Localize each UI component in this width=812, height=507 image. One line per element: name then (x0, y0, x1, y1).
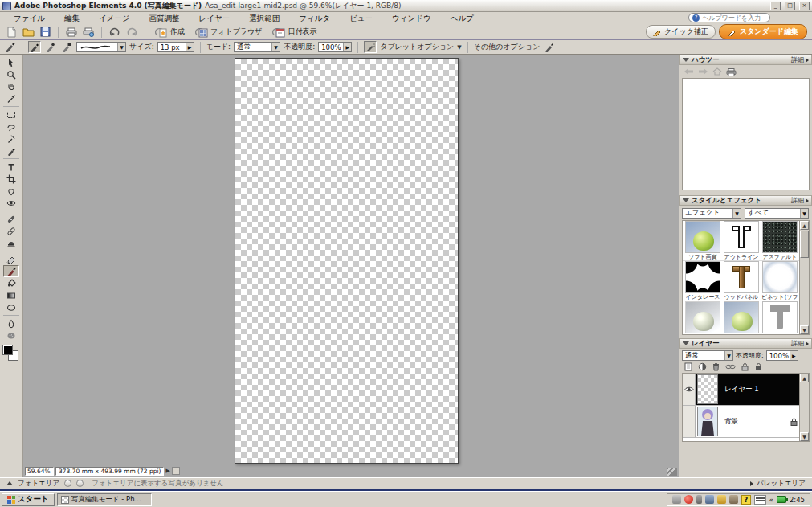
menu-window[interactable]: ウィンドウ (383, 13, 440, 25)
menu-filter[interactable]: フィルタ (290, 13, 339, 25)
start-button[interactable]: スタート (2, 493, 55, 506)
save-icon[interactable] (39, 26, 51, 38)
layer-row-layer1[interactable]: レイヤー 1 (683, 374, 809, 406)
howto-content[interactable] (682, 78, 810, 190)
close-button[interactable]: × (799, 2, 810, 10)
tray-printer-icon[interactable] (672, 495, 681, 504)
scroll-down-icon[interactable]: ▼ (800, 325, 809, 334)
previous-photo-button[interactable] (64, 480, 71, 487)
scrollbar-thumb[interactable] (800, 231, 809, 258)
gradient-tool[interactable] (3, 289, 19, 301)
brush-preset-dropdown[interactable]: ▼ (76, 42, 126, 52)
layer-thumbnail[interactable] (697, 374, 718, 404)
move-tool[interactable] (3, 56, 19, 68)
clone-stamp-tool[interactable] (3, 237, 19, 249)
print-topic-icon[interactable] (726, 67, 737, 76)
effect-item[interactable]: ソフト画質 (683, 221, 722, 261)
new-file-icon[interactable] (5, 26, 18, 38)
effect-item[interactable] (722, 301, 761, 335)
visibility-toggle[interactable] (683, 406, 696, 437)
zoom-tool[interactable] (3, 68, 19, 80)
menu-view[interactable]: ビュー (341, 13, 382, 25)
menu-file[interactable]: ファイル (5, 13, 54, 25)
forward-icon[interactable] (698, 67, 708, 76)
menu-image[interactable]: イメージ (90, 13, 139, 25)
palette-bin-label[interactable]: パレットエリア (757, 479, 806, 489)
menu-select[interactable]: 選択範囲 (240, 13, 288, 25)
layer-row-background[interactable]: 背景 (683, 406, 809, 438)
photo-bin-label[interactable]: フォトエリア (18, 479, 59, 489)
howto-panel-header[interactable]: ハウツー 詳細 (679, 55, 812, 65)
selection-brush-tool[interactable] (3, 145, 19, 157)
task-button-photo-edit[interactable]: 写真編集モード - Ph... (57, 493, 152, 506)
menu-enhance[interactable]: 画質調整 (141, 13, 189, 25)
brush-variant-button[interactable] (28, 41, 41, 53)
hand-tool[interactable] (3, 80, 19, 92)
sponge-tool[interactable] (3, 329, 19, 341)
create-button[interactable]: 作成 (152, 26, 188, 39)
ime-indicator[interactable] (754, 495, 766, 505)
brush-tool-selected[interactable] (3, 265, 19, 277)
more-options-brush-icon[interactable] (543, 41, 556, 53)
healing-brush-tool[interactable] (3, 225, 19, 237)
scroll-down-icon[interactable]: ▼ (800, 432, 809, 441)
delete-layer-icon[interactable] (712, 362, 720, 371)
status-mini-button[interactable] (172, 467, 180, 475)
foreground-color-swatch[interactable] (2, 345, 13, 355)
menu-layer[interactable]: レイヤー (190, 13, 239, 25)
effect-item[interactable]: アウトライン (722, 221, 761, 261)
visibility-toggle[interactable] (683, 374, 696, 405)
scroll-up-icon[interactable]: ▲ (800, 374, 809, 382)
lasso-tool[interactable] (3, 121, 19, 133)
lock-transparency-icon[interactable] (741, 362, 749, 371)
cookie-cutter-tool[interactable] (3, 185, 19, 197)
canvas-transparent-document[interactable] (235, 58, 459, 464)
help-search-box[interactable]: ? (688, 13, 770, 22)
open-file-icon[interactable] (22, 26, 35, 38)
more-options-label[interactable]: その他のオプション (474, 42, 541, 52)
opacity-field[interactable]: 100% ▶ (318, 42, 352, 52)
lock-all-icon[interactable] (754, 362, 763, 371)
maximize-button[interactable]: □ (785, 2, 795, 10)
effect-item[interactable]: アスファルト (761, 221, 799, 261)
next-photo-button[interactable] (76, 480, 84, 487)
eraser-tool[interactable] (3, 253, 19, 265)
blend-mode-dropdown[interactable]: 通常 ▼ (234, 42, 280, 52)
styles-more-button[interactable]: 詳細 (791, 196, 804, 205)
brush-size-field[interactable]: 13 px ▶ (157, 42, 194, 52)
effect-item[interactable]: ビネット(ソフト) (761, 261, 799, 301)
layer-name[interactable]: レイヤー 1 (720, 374, 809, 405)
effects-scrollbar[interactable]: ▲ ▼ (799, 221, 809, 334)
magic-wand-tool[interactable] (3, 133, 19, 145)
layers-scrollbar[interactable]: ▲ ▼ (799, 374, 809, 441)
layer-name[interactable]: 背景 (720, 406, 790, 437)
airbrush-toggle[interactable] (364, 41, 377, 53)
effect-item[interactable]: ウッドパネル (722, 261, 761, 301)
help-search-input[interactable] (702, 14, 766, 22)
scroll-up-icon[interactable]: ▲ (800, 221, 809, 230)
back-icon[interactable] (683, 67, 694, 76)
zoom-level-field[interactable]: 59.64% (25, 467, 54, 476)
effect-item[interactable] (761, 301, 799, 335)
paint-bucket-tool[interactable] (3, 277, 19, 289)
home-icon[interactable] (712, 67, 722, 76)
type-tool[interactable] (3, 161, 19, 173)
quick-fix-button[interactable]: クイック補正 (646, 25, 716, 39)
photo-bin-toggle-icon[interactable] (6, 481, 13, 485)
new-layer-icon[interactable] (684, 362, 693, 371)
link-layers-icon[interactable] (725, 363, 736, 370)
layers-more-button[interactable]: 詳細 (791, 339, 804, 348)
effects-filter-dropdown[interactable]: すべて ▼ (745, 208, 809, 219)
battery-icon[interactable] (777, 496, 786, 503)
howto-more-button[interactable]: 詳細 (791, 55, 804, 64)
tray-network-icon[interactable] (705, 495, 714, 504)
layer-blend-mode-dropdown[interactable]: 通常 ▼ (682, 350, 733, 361)
tray-help-icon[interactable]: ? (741, 495, 751, 505)
resize-grip[interactable] (667, 468, 677, 476)
background-layer-thumbnail[interactable] (697, 407, 718, 436)
tray-speaker-icon[interactable] (696, 495, 702, 504)
standard-edit-button[interactable]: スタンダード編集 (719, 24, 807, 39)
layers-panel-header[interactable]: レイヤー 詳細 (679, 338, 812, 349)
blur-tool[interactable] (3, 317, 19, 329)
rectangular-marquee-tool[interactable] (3, 108, 19, 121)
